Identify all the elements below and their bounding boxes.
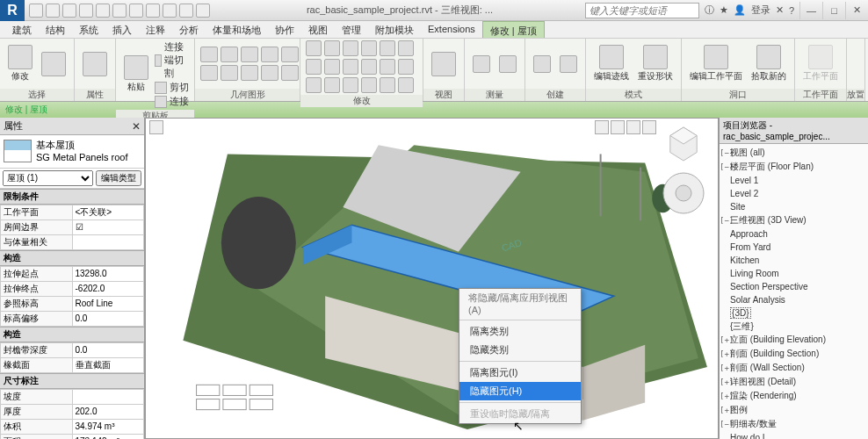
prop-value[interactable]: 0.0 [72,311,144,326]
modify-tool-icon[interactable] [380,77,395,93]
model-canvas[interactable]: CAD [146,119,718,438]
modify-tool-icon[interactable] [324,40,340,56]
type-properties-button[interactable] [80,50,110,78]
qat-icon[interactable] [112,4,127,18]
modify-tool-icon[interactable] [398,40,414,56]
create-tool[interactable] [531,54,553,75]
tree-node[interactable]: [−] 明细表/数量 [720,417,868,431]
reset-shape-button[interactable]: 重设形状 [635,43,676,84]
maximize-button[interactable]: □ [822,2,845,19]
edit-workplane-button[interactable]: 编辑工作平面 [687,43,745,84]
tree-node[interactable]: [+] 剖面 (Wall Section) [720,361,868,375]
instance-selector[interactable]: 屋顶 (1) [3,170,93,186]
context-menu-item[interactable]: 隐藏图元(H) [459,382,581,400]
minimize-button[interactable]: — [799,2,822,19]
tab-4[interactable]: 注释 [139,21,172,38]
properties-close-icon[interactable]: ✕ [132,120,141,133]
tab-9[interactable]: 管理 [335,21,368,38]
qat-icon[interactable] [179,4,193,18]
qat-icon[interactable] [146,4,160,18]
view-cube[interactable] [667,126,700,162]
prop-value[interactable]: 34.974 m³ [72,419,144,434]
modify-tool-icon[interactable] [380,40,395,56]
tree-node[interactable]: [−] 三维视图 (3D View) [720,213,868,227]
tree-node[interactable]: [−] 视图 (all) [720,146,868,160]
vp-tool-icon[interactable] [642,120,656,134]
prop-value[interactable]: -6202.0 [72,281,144,296]
tree-node[interactable]: Section Perspective [720,280,868,293]
tab-1[interactable]: 结构 [39,21,72,38]
pick-new-button[interactable]: 拾取新的 [749,43,789,84]
modify-tool-icon[interactable] [398,59,414,75]
tab-3[interactable]: 插入 [105,21,139,38]
info-icon[interactable]: ⓘ [705,4,714,17]
paste-button[interactable]: 粘贴 [121,54,151,95]
geo-tool-icon[interactable] [261,47,278,62]
measure-tool[interactable] [496,54,519,75]
geo-tool-icon[interactable] [221,65,238,81]
modify-tool-icon[interactable] [361,77,377,93]
user-icon[interactable]: 👤 [734,4,746,16]
qat-icon[interactable] [196,4,210,18]
type-selector[interactable]: 基本屋顶SG Metal Panels roof [0,135,144,169]
tree-node[interactable]: [+] 剖面 (Building Section) [720,347,868,361]
tree-node[interactable]: Solar Analysis [720,293,868,306]
geo-tool-icon[interactable] [221,47,238,62]
viewport-3d[interactable]: CAD 将隐藏/隔离应用到视图(A) 隔离类别隐藏类别隔离图元(I)隐藏图元(H… [145,118,719,439]
create-tool[interactable] [557,54,580,75]
qat-redo-icon[interactable] [79,4,93,18]
tree-node[interactable]: Living Room [720,267,868,280]
prop-value[interactable]: ☑ [72,220,144,234]
context-menu-item[interactable]: 隔离类别 [459,322,581,341]
qat-open-icon[interactable] [29,4,43,18]
tree-node[interactable]: [+] 立面 (Building Elevation) [720,333,868,347]
prop-value[interactable]: 垂直截面 [72,357,144,372]
nav-wheel[interactable] [662,171,705,215]
tree-node[interactable]: {3D} [720,306,868,320]
qat-icon[interactable] [163,4,177,18]
vp-tool-icon[interactable] [595,120,609,134]
vp-tool-icon[interactable] [149,120,163,134]
star-icon[interactable]: ★ [720,4,728,16]
tree-node[interactable]: [+] 详图视图 (Detail) [720,375,868,389]
tree-node[interactable]: [+] 图例 [720,403,868,417]
tab-12[interactable]: 修改 | 屋顶 [482,21,545,38]
view-tool[interactable] [429,50,459,78]
modify-tool-icon[interactable] [343,59,358,75]
modify-tool-icon[interactable] [398,77,414,93]
modify-tool-icon[interactable] [361,59,377,75]
tab-5[interactable]: 分析 [172,21,206,38]
tree-node[interactable]: Level 1 [720,174,868,187]
tree-node[interactable]: {三维} [720,320,868,333]
geo-tool-icon[interactable] [281,47,299,62]
cut-button[interactable]: 剪切 [155,81,189,94]
prop-value[interactable]: <不关联> [72,205,144,220]
tree-node[interactable]: [−] 楼层平面 (Floor Plan) [720,160,868,174]
exchange-icon[interactable]: ✕ [776,4,784,16]
modify-tool-icon[interactable] [324,77,340,93]
modify-tool-icon[interactable] [306,77,322,93]
measure-tool[interactable] [470,54,493,75]
cut-connect-button[interactable]: 连接端切割 [155,40,189,80]
edit-type-button[interactable]: 编辑类型 [96,170,141,186]
modify-tool-icon[interactable] [343,77,358,93]
modify-tool-icon[interactable] [380,59,395,75]
tree-node[interactable]: Kitchen [720,254,868,267]
vp-tool-icon[interactable] [626,120,640,134]
tab-10[interactable]: 附加模块 [368,21,421,38]
help-icon[interactable]: ? [789,5,794,16]
vp-tool-icon[interactable] [611,120,625,134]
tab-2[interactable]: 系统 [72,21,105,38]
geo-tool-icon[interactable] [261,65,278,81]
tab-0[interactable]: 建筑 [5,21,39,38]
prop-value[interactable]: 13298.0 [72,266,144,281]
modify-button[interactable]: 修改 [5,43,35,84]
tab-8[interactable]: 视图 [301,21,335,38]
tab-6[interactable]: 体量和场地 [206,21,268,38]
qat-icon[interactable] [129,4,143,18]
geo-tool-icon[interactable] [281,65,299,81]
close-button[interactable]: ✕ [845,2,868,19]
tree-node[interactable]: Approach [720,227,868,241]
tree-node[interactable]: How do I [720,431,868,439]
geo-tool-icon[interactable] [200,65,218,81]
